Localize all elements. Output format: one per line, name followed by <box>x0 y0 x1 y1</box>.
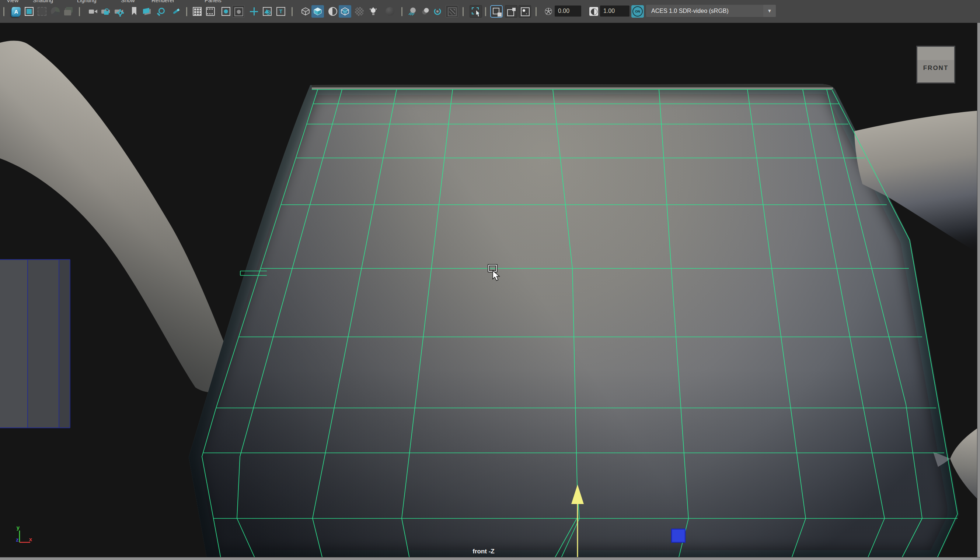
ssao-icon[interactable] <box>406 5 419 18</box>
lock-camera-icon[interactable] <box>99 5 112 18</box>
axis-y-label: y <box>17 524 20 530</box>
exposure-icon[interactable] <box>542 5 555 18</box>
chevron-down-icon: ▼ <box>763 5 776 17</box>
axis-x-label: x <box>29 536 32 542</box>
color-management-on-label: ON <box>632 6 643 17</box>
shaded-sphere-icon[interactable] <box>49 5 62 18</box>
crop-frame-icon[interactable] <box>23 5 35 18</box>
toolbar-separator <box>3 7 5 17</box>
motion-blur-icon[interactable] <box>420 5 432 18</box>
menu-shading[interactable]: Shading <box>33 0 53 3</box>
shadows-icon[interactable] <box>384 5 396 18</box>
grid-icon[interactable] <box>191 5 204 18</box>
wireframe-on-shaded-icon[interactable] <box>339 5 351 18</box>
gamma-field[interactable]: 1.00 <box>600 5 629 17</box>
toolbar-separator <box>535 7 537 17</box>
color-management-toggle[interactable]: ON <box>631 5 644 18</box>
viewport-panel[interactable]: FRONT y z x front -Z <box>0 23 980 560</box>
a-keycap-icon[interactable]: A <box>10 5 22 18</box>
toolbar-separator <box>401 7 403 17</box>
field-chart-icon[interactable] <box>248 5 260 18</box>
panel-toolbar: AT 0.00 1.00 ON ACES 1.0 SDR-video (sRGB… <box>0 4 980 23</box>
camera-attributes-icon[interactable] <box>112 5 125 18</box>
use-default-material-icon[interactable] <box>353 5 366 18</box>
smooth-shade-icon[interactable] <box>311 5 324 18</box>
axis-z-label: z <box>16 537 19 543</box>
toolbar-separator <box>186 7 187 17</box>
camera-label: front -Z <box>473 548 494 555</box>
pan-zoom-icon[interactable] <box>154 5 167 18</box>
isolate-select-add-icon[interactable] <box>518 5 531 18</box>
maya-viewport-window: { "menu": { "items": ["View", "Shading",… <box>0 0 980 560</box>
dashed-square-icon[interactable] <box>36 5 48 18</box>
resolution-gate-icon[interactable] <box>220 5 232 18</box>
image-plane-icon[interactable] <box>140 5 153 18</box>
safe-title-icon[interactable]: T <box>274 5 287 18</box>
exposure-field[interactable]: 0.00 <box>555 5 581 17</box>
selection-marquee-icon[interactable] <box>470 5 482 18</box>
box-object[interactable] <box>0 260 70 428</box>
panel-menubar: View Shading Lighting Show Renderer Pane… <box>0 0 980 4</box>
view-transform-value: ACES 1.0 SDR-video (sRGB) <box>651 8 729 14</box>
viewport-canvas[interactable]: FRONT y z x front -Z <box>0 23 980 560</box>
manipulator-z-handle[interactable] <box>672 529 685 542</box>
panel-header: View Shading Lighting Show Renderer Pane… <box>0 0 980 23</box>
isolate-select-icon[interactable] <box>490 5 503 18</box>
gamma-icon[interactable] <box>587 5 600 18</box>
menu-renderer[interactable]: Renderer <box>152 0 175 3</box>
menu-view[interactable]: View <box>7 0 18 3</box>
view-cube[interactable]: FRONT <box>916 46 955 83</box>
isolate-select-view-icon[interactable] <box>505 5 517 18</box>
select-camera-icon[interactable] <box>87 5 99 18</box>
menu-lighting[interactable]: Lighting <box>77 0 97 3</box>
toolbar-separator <box>291 7 293 17</box>
toolbar-separator <box>485 7 487 17</box>
menu-panels[interactable]: Panels <box>204 0 221 3</box>
menu-show[interactable]: Show <box>121 0 135 3</box>
image-stack-icon[interactable] <box>62 5 75 18</box>
bookmark-icon[interactable] <box>128 5 140 18</box>
toolbar-icons: AT <box>0 4 980 23</box>
lighting-icon[interactable] <box>367 5 380 18</box>
shaded-textured-icon[interactable] <box>326 5 339 18</box>
safe-action-icon[interactable] <box>261 5 273 18</box>
gate-mask-icon[interactable] <box>232 5 245 18</box>
depth-of-field-icon[interactable] <box>431 5 444 18</box>
grease-pencil-icon[interactable] <box>170 5 182 18</box>
view-cube-label: FRONT <box>923 65 949 72</box>
wireframe-icon[interactable] <box>299 5 312 18</box>
anti-aliasing-icon[interactable] <box>446 5 458 18</box>
view-transform-dropdown[interactable]: ACES 1.0 SDR-video (sRGB) ▼ <box>646 5 776 17</box>
toolbar-separator <box>79 7 80 17</box>
film-gate-icon[interactable] <box>204 5 217 18</box>
toolbar-separator <box>462 7 464 17</box>
